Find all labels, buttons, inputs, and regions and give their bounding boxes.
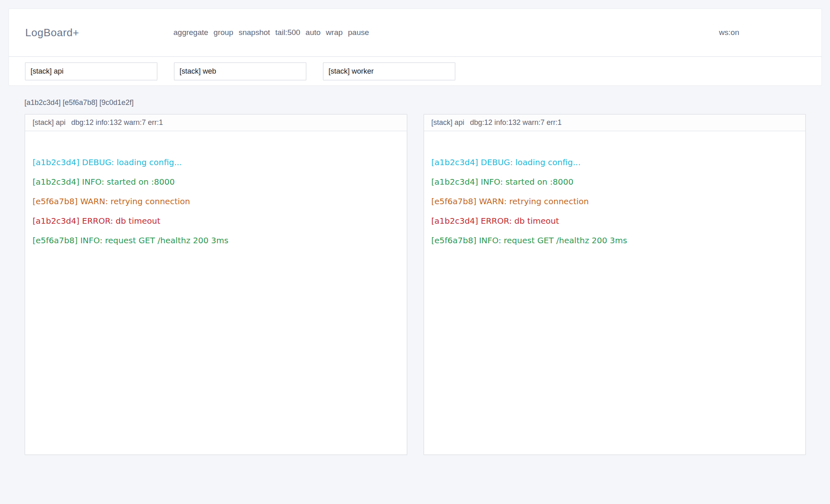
app-title: LogBoard+ — [25, 26, 79, 39]
log-line: [a1b2c3d4] ERROR: db timeout — [431, 211, 798, 231]
log-line: [a1b2c3d4] INFO: started on :8000 — [33, 172, 399, 192]
trace-id-list: [a1b2c3d4] [e5f6a7b8] [9c0d1e2f] — [24, 98, 806, 107]
toolbar-item-pause[interactable]: pause — [348, 28, 369, 37]
log-line: [e5f6a7b8] WARN: retrying connection — [33, 192, 399, 211]
log-panel-right: [stack] api dbg:12 info:132 warn:7 err:1… — [423, 114, 806, 455]
log-stream[interactable]: [a1b2c3d4] DEBUG: loading config... [a1b… — [424, 131, 806, 454]
log-panel-header: [stack] api dbg:12 info:132 warn:7 err:1 — [424, 115, 806, 131]
panel-level-counts: dbg:12 info:132 warn:7 err:1 — [470, 118, 562, 127]
toolbar-item-wrap[interactable]: wrap — [326, 28, 343, 37]
toolbar-item-snapshot[interactable]: snapshot — [239, 28, 270, 37]
websocket-status: ws:on — [719, 28, 739, 37]
toolbar-item-group[interactable]: group — [214, 28, 234, 37]
log-line: [a1b2c3d4] DEBUG: loading config... — [431, 153, 798, 172]
toolbar-item-tail[interactable]: tail:500 — [275, 28, 300, 37]
log-line: [e5f6a7b8] INFO: request GET /healthz 20… — [33, 231, 399, 250]
log-panels: [stack] api dbg:12 info:132 warn:7 err:1… — [24, 114, 806, 455]
toolbar-item-auto[interactable]: auto — [306, 28, 321, 37]
panel-title: [stack] api — [33, 118, 66, 127]
brand-wrap: LogBoard+ — [25, 26, 173, 39]
toolbar: aggregate group snapshot tail:500 auto w… — [173, 28, 369, 37]
stream-input-web[interactable] — [174, 62, 307, 81]
log-line: [a1b2c3d4] INFO: started on :8000 — [431, 172, 798, 192]
app-header: LogBoard+ aggregate group snapshot tail:… — [9, 9, 821, 56]
stream-input-worker[interactable] — [323, 62, 456, 81]
main-content: [a1b2c3d4] [e5f6a7b8] [9c0d1e2f] [stack]… — [24, 98, 806, 455]
stream-filters-row — [9, 56, 821, 85]
log-line: [e5f6a7b8] WARN: retrying connection — [431, 192, 798, 211]
log-line: [a1b2c3d4] ERROR: db timeout — [33, 211, 399, 231]
log-panel-left: [stack] api dbg:12 info:132 warn:7 err:1… — [24, 114, 407, 455]
toolbar-item-aggregate[interactable]: aggregate — [173, 28, 208, 37]
log-panel-header: [stack] api dbg:12 info:132 warn:7 err:1 — [25, 115, 407, 131]
panel-level-counts: dbg:12 info:132 warn:7 err:1 — [71, 118, 163, 127]
top-card: LogBoard+ aggregate group snapshot tail:… — [9, 9, 822, 86]
panel-title: [stack] api — [431, 118, 464, 127]
log-line: [a1b2c3d4] DEBUG: loading config... — [33, 153, 399, 172]
log-stream[interactable]: [a1b2c3d4] DEBUG: loading config... [a1b… — [25, 131, 407, 454]
stream-input-api[interactable] — [25, 62, 158, 81]
log-line: [e5f6a7b8] INFO: request GET /healthz 20… — [431, 231, 798, 250]
